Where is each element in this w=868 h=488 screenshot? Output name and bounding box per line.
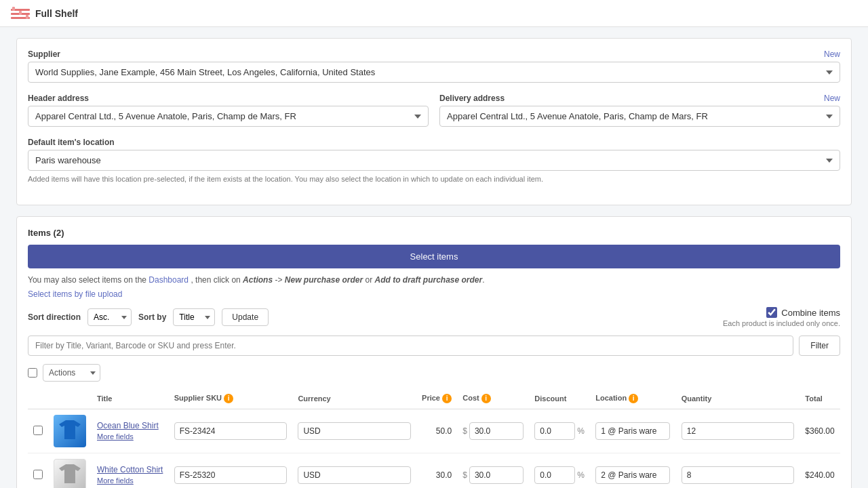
more-fields-link[interactable]: More fields [97,432,134,441]
col-title: Title [92,388,169,409]
sort-direction-label: Sort direction [28,312,81,322]
select-items-button[interactable]: Select items [28,245,840,268]
cost-input[interactable] [469,422,524,440]
currency-cell [292,453,416,489]
combine-items-sublabel: Each product is included only once. [723,319,840,327]
quantity-input[interactable] [682,466,795,484]
price-value: 30.0 [416,453,457,489]
discount-suffix-icon: % [577,470,585,480]
table-row: White Cotton ShirtMore fields30.0$%$240.… [28,453,840,489]
col-currency: Currency [292,388,416,409]
col-location: Location i [590,388,675,409]
filter-input[interactable] [28,336,793,356]
supplier-sku-input[interactable] [174,466,288,484]
price-info-icon: i [442,394,452,403]
more-fields-link[interactable]: More fields [97,476,134,485]
total-cell: $240.00 [800,453,840,489]
supplier-sku-cell [169,409,293,453]
product-image-cell [48,453,92,489]
currency-cell [292,409,416,453]
supplier-label: Supplier New [28,49,840,59]
supplier-sku-input[interactable] [174,422,288,440]
delivery-address-label: Delivery address New [439,94,840,103]
address-row: Header address Apparel Central Ltd., 5 A… [28,94,840,138]
product-title-link[interactable]: White Cotton Shirt [97,465,163,474]
location-cell [590,409,675,453]
col-price: Price i [416,388,457,409]
combine-items-label[interactable]: Combine items [766,307,840,318]
table-row: Ocean Blue ShirtMore fields50.0$%$360.00 [28,409,840,453]
location-input[interactable] [595,422,670,440]
header-address-select[interactable]: Apparel Central Ltd., 5 Avenue Anatole, … [28,106,429,127]
cost-info-icon: i [481,394,491,403]
update-button[interactable]: Update [222,308,269,326]
supplier-new-link[interactable]: New [824,49,840,59]
sort-by-label: Sort by [138,312,166,322]
col-supplier-sku: Supplier SKU i [169,388,293,409]
col-image [48,388,92,409]
combine-items-checkbox[interactable] [766,307,777,318]
items-header: Items (2) [28,228,840,238]
header-address-label: Header address [28,94,429,103]
default-location-label: Default item's location [28,138,840,147]
currency-input[interactable] [298,422,411,440]
default-location-help: Added items will have this location pre-… [28,175,840,183]
default-location-select[interactable]: Paris warehouse [28,150,840,171]
location-cell [590,453,675,489]
cost-prefix-icon: $ [462,470,467,480]
row-2-checkbox[interactable] [33,470,43,479]
instructions-text: You may also select items on the Dashboa… [28,275,840,285]
col-quantity: Quantity [676,388,800,409]
quantity-cell [676,409,800,453]
svg-rect-3 [12,7,15,11]
delivery-address-new-link[interactable]: New [824,94,840,103]
sort-by-select[interactable]: Title SKU Price Cost [173,308,215,326]
dashboard-link[interactable]: Dashboard [149,275,189,285]
product-title-link[interactable]: Ocean Blue Shirt [97,421,163,430]
cost-input[interactable] [469,466,524,484]
filter-button[interactable]: Filter [799,336,840,356]
sort-row: Sort direction Asc. Desc. Sort by Title … [28,307,840,327]
svg-rect-5 [26,15,28,19]
actions-row: Actions Delete Duplicate [28,364,840,382]
cost-cell: $ [457,453,529,489]
price-value: 50.0 [416,409,457,453]
discount-cell: % [529,409,590,453]
currency-input[interactable] [298,466,411,484]
header-address-group: Header address Apparel Central Ltd., 5 A… [28,94,429,127]
col-discount: Discount [529,388,590,409]
combine-items-group: Combine items Each product is included o… [723,307,840,327]
total-cell: $360.00 [800,409,840,453]
supplier-select[interactable]: World Supplies, Jane Example, 456 Main S… [28,62,840,83]
main-content: Supplier New World Supplies, Jane Exampl… [0,27,868,488]
discount-input[interactable] [534,422,575,440]
cost-cell: $ [457,409,529,453]
product-image [54,415,86,447]
row-1-checkbox[interactable] [33,426,43,435]
app-header: Full Shelf [0,0,868,27]
file-upload-link[interactable]: Select items by file upload [28,289,122,299]
sort-direction-select[interactable]: Asc. Desc. [87,308,132,326]
product-image [54,459,86,488]
product-title-cell: Ocean Blue ShirtMore fields [92,409,169,453]
default-location-group: Default item's location Paris warehouse … [28,138,840,183]
quantity-cell [676,453,800,489]
discount-suffix-icon: % [577,426,585,436]
delivery-address-group: Delivery address New Apparel Central Ltd… [439,94,840,127]
svg-rect-4 [19,11,22,15]
logo-icon [11,7,30,20]
filter-row: Filter [28,336,840,356]
delivery-address-select[interactable]: Apparel Central Ltd., 5 Avenue Anatole, … [439,106,840,127]
supplier-sku-cell [169,453,293,489]
table-header-row: Title Supplier SKU i Currency Price i Co… [28,388,840,409]
discount-cell: % [529,453,590,489]
location-input[interactable] [595,466,670,484]
actions-select[interactable]: Actions Delete Duplicate [43,364,100,382]
product-image-cell [48,409,92,453]
quantity-input[interactable] [682,422,795,440]
items-table: Title Supplier SKU i Currency Price i Co… [28,388,840,488]
location-info-icon: i [629,394,638,403]
product-title-cell: White Cotton ShirtMore fields [92,453,169,489]
discount-input[interactable] [534,466,575,484]
select-all-checkbox[interactable] [28,368,37,378]
